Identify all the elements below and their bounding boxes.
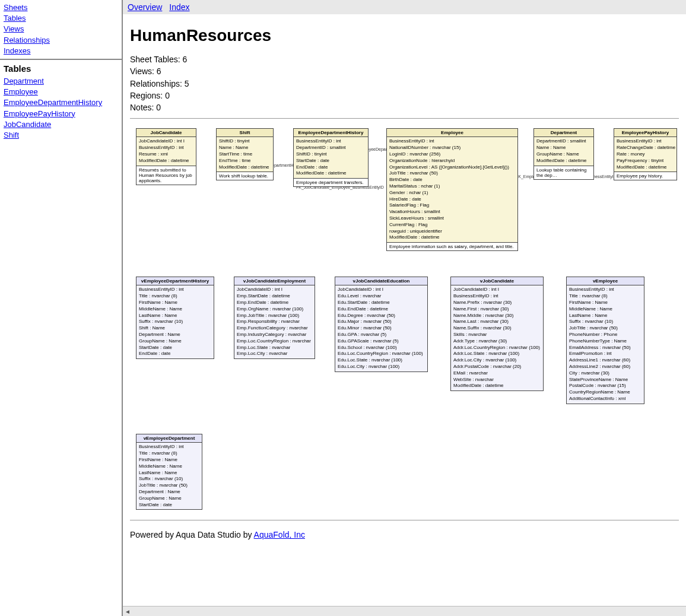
column: WebSite : nvarchar xyxy=(453,377,541,383)
column: BirthDate : date xyxy=(389,177,515,183)
entity-employee[interactable]: Employee BusinessEntityID : intNationalI… xyxy=(386,128,518,251)
column: City : nvarchar (30) xyxy=(569,370,641,377)
column: Resume : xml xyxy=(139,151,193,158)
column: Skills : nvarchar xyxy=(453,332,541,338)
entity-edh[interactable]: EmployeeDepartmentHistory BusinessEntity… xyxy=(293,128,369,187)
column: MaritalStatus : nchar (1) xyxy=(389,183,515,190)
column: Department : Name xyxy=(139,489,199,496)
column: EmailAddress : nvarchar (50) xyxy=(569,345,641,351)
column: GroupName : Name xyxy=(139,338,211,345)
column: MiddleName : Name xyxy=(569,306,641,313)
column: EndDate : date xyxy=(139,351,211,357)
column: Name.Middle : nvarchar (30) xyxy=(453,313,541,319)
column: BusinessEntityID : int xyxy=(139,145,193,151)
column: Emp.IndustryCategory : nvarchar xyxy=(237,332,312,338)
table-link-department[interactable]: Department xyxy=(4,76,118,87)
topbar-overview[interactable]: Overview xyxy=(128,2,162,12)
column: Edu.School : nvarchar (100) xyxy=(338,345,425,351)
column: Gender : nchar (1) xyxy=(389,190,515,196)
column: Name.Suffix : nvarchar (30) xyxy=(453,325,541,332)
column: HireDate : date xyxy=(389,196,515,203)
column: JobTitle : nvarchar (50) xyxy=(139,482,199,489)
table-link-employee[interactable]: Employee xyxy=(4,87,118,97)
column: OrganizationNode : hierarchyid xyxy=(389,158,515,164)
entity-ved[interactable]: vEmployeeDepartment BusinessEntityID : i… xyxy=(136,434,202,510)
column: Title : nvarchar (8) xyxy=(139,450,199,457)
column: Edu.Degree : nvarchar (50) xyxy=(338,313,425,319)
column: rowguid : uniqueidentifier xyxy=(389,228,515,235)
main: Overview Index HumanResources Sheet Tabl… xyxy=(123,0,686,616)
column: Name : Name xyxy=(219,145,271,151)
column: ModifiedDate : datetime xyxy=(139,158,193,164)
column: StartDate : date xyxy=(296,158,366,164)
column: RateChangeDate : datetime xyxy=(617,145,674,151)
footer-link[interactable]: AquaFold, Inc xyxy=(254,530,305,539)
column: JobTitle : nvarchar (50) xyxy=(389,170,515,177)
entity-vjce[interactable]: vJobCandidateEmployment JobCandidateID :… xyxy=(234,277,315,359)
column: Addr.PostalCode : nvarchar (20) xyxy=(453,364,541,370)
entity-eph[interactable]: EmployeePayHistory BusinessEntityID : in… xyxy=(614,128,677,180)
entity-vedh[interactable]: vEmployeeDepartmentHistory BusinessEntit… xyxy=(136,277,214,359)
column: Edu.Minor : nvarchar (50) xyxy=(338,325,425,332)
column: DepartmentID : smallint xyxy=(536,138,591,145)
column: Shift : Name xyxy=(139,325,211,332)
table-link-jobcandidate[interactable]: JobCandidate xyxy=(4,119,118,130)
column: EndTime : time xyxy=(219,158,271,164)
column: BusinessEntityID : int xyxy=(296,138,366,145)
entity-vemp[interactable]: vEmployee BusinessEntityID : intTitle : … xyxy=(566,277,644,404)
entity-vjced[interactable]: vJobCandidateEducation JobCandidateID : … xyxy=(335,277,428,371)
column: ShiftID : tinyint xyxy=(296,151,366,158)
er-diagram: FK_EmployeeDepartmentHistory_Shift_Shift… xyxy=(130,128,679,443)
sidebar: Sheets Tables Views Relationships Indexe… xyxy=(0,0,123,616)
column: LoginID : nvarchar (256) xyxy=(389,151,515,158)
stat-views: Views: 6 xyxy=(130,65,679,77)
column: SalariedFlag : Flag xyxy=(389,202,515,209)
column: Emp.EndDate : datetime xyxy=(237,300,312,306)
column: ShiftID : tinyint xyxy=(219,138,271,145)
column: StartDate : date xyxy=(139,345,211,351)
nav-indexes[interactable]: Indexes xyxy=(4,46,118,56)
column: JobCandidateID : int I xyxy=(237,287,312,293)
horizontal-scrollbar[interactable]: ◄ xyxy=(123,606,686,616)
column: Edu.Major : nvarchar (50) xyxy=(338,319,425,325)
column: BusinessEntityID : int xyxy=(139,287,211,293)
column: CountryRegionName : Name xyxy=(569,389,641,396)
column: EMail : nvarchar xyxy=(453,370,541,377)
table-link-eph[interactable]: EmployeePayHistory xyxy=(4,109,118,119)
column: FirstName : Name xyxy=(139,457,199,463)
column: Edu.GPAScale : nvarchar (5) xyxy=(338,338,425,345)
entity-shift[interactable]: Shift ShiftID : tinyintName : NameStartT… xyxy=(216,128,274,180)
column: ModifiedDate : datetime xyxy=(389,234,515,241)
column: Department : Name xyxy=(139,332,211,338)
column: Suffix : nvarchar (10) xyxy=(139,476,199,482)
nav-relationships[interactable]: Relationships xyxy=(4,35,118,46)
table-link-edh[interactable]: EmployeeDepartmentHistory xyxy=(4,97,118,108)
column: Emp.Responsibility : nvarchar xyxy=(237,319,312,325)
column: Name.Prefix : nvarchar (30) xyxy=(453,300,541,306)
nav-sheets[interactable]: Sheets xyxy=(4,2,118,13)
column: Emp.Loc.CountryRegion : nvarchar xyxy=(237,338,312,345)
column: AddressLine2 : nvarchar (60) xyxy=(569,364,641,370)
table-link-shift[interactable]: Shift xyxy=(4,130,118,141)
column: VacationHours : smallint xyxy=(389,209,515,215)
column: AddressLine1 : nvarchar (60) xyxy=(569,357,641,364)
column: DepartmentID : smallint xyxy=(296,145,366,151)
topbar-index[interactable]: Index xyxy=(169,2,189,12)
column: LastName : Name xyxy=(569,313,641,319)
entity-jobcandidate[interactable]: JobCandidate JobCandidateID : int IBusin… xyxy=(136,128,196,185)
column: EmailPromotion : int xyxy=(569,351,641,357)
column: Edu.Loc.CountryRegion : nvarchar (100) xyxy=(338,351,425,357)
nav-tables[interactable]: Tables xyxy=(4,13,118,24)
entity-department[interactable]: Department DepartmentID : smallintName :… xyxy=(533,128,594,179)
entity-vjc[interactable]: vJobCandidate JobCandidateID : int IBusi… xyxy=(450,277,544,391)
scroll-left-icon[interactable]: ◄ xyxy=(123,607,132,617)
column: Edu.StartDate : datetime xyxy=(338,300,425,306)
column: GroupName : Name xyxy=(536,151,591,158)
column: ModifiedDate : datetime xyxy=(617,164,674,171)
nav-views[interactable]: Views xyxy=(4,24,118,34)
stat-relationships: Relationships: 5 xyxy=(130,78,679,90)
column: CurrentFlag : Flag xyxy=(389,222,515,228)
column: MiddleName : Name xyxy=(139,306,211,313)
column: MiddleName : Name xyxy=(139,463,199,470)
column: OrganizationLevel : AS ([OrganizationNod… xyxy=(389,164,515,171)
